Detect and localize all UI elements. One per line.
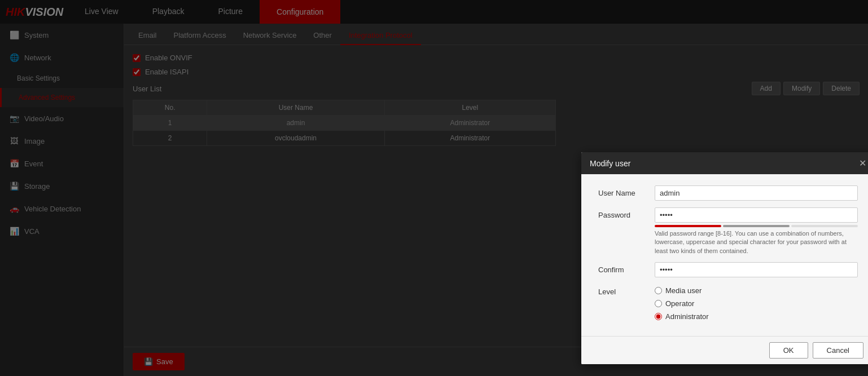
cancel-button[interactable]: Cancel [813, 342, 863, 359]
modify-user-modal: Modify user ✕ User Name Password [581, 152, 868, 364]
confirm-label: Confirm [598, 262, 655, 274]
username-row: User Name [598, 185, 858, 201]
level-field: Media user Operator Administrator [655, 284, 858, 321]
modal-footer: OK Cancel [581, 336, 868, 364]
strength-bar-3 [791, 225, 858, 227]
confirm-input[interactable] [655, 262, 858, 277]
radio-media-user-label: Media user [665, 286, 702, 295]
level-label: Level [598, 284, 655, 296]
radio-operator-label: Operator [665, 299, 694, 308]
radio-administrator-label: Administrator [665, 312, 709, 321]
strength-bar-1 [655, 225, 721, 227]
radio-group: Media user Operator Administrator [655, 284, 858, 321]
radio-media-user[interactable]: Media user [655, 286, 858, 295]
password-input[interactable] [655, 207, 858, 223]
close-icon[interactable]: ✕ [859, 158, 866, 169]
radio-administrator[interactable]: Administrator [655, 312, 858, 321]
modal-body: User Name Password Valid password range … [581, 174, 868, 336]
password-label: Password [598, 207, 655, 219]
radio-operator-input[interactable] [655, 300, 662, 307]
level-row: Level Media user Operator Ad [598, 284, 858, 321]
password-strength [655, 225, 858, 227]
radio-operator[interactable]: Operator [655, 299, 858, 308]
ok-button[interactable]: OK [769, 342, 808, 359]
username-label: User Name [598, 185, 655, 197]
username-field [655, 185, 858, 201]
username-input[interactable] [655, 185, 858, 201]
password-field: Valid password range [8-16]. You can use… [655, 207, 858, 255]
strength-bar-2 [723, 225, 790, 227]
radio-media-user-input[interactable] [655, 287, 662, 294]
confirm-row: Confirm [598, 262, 858, 277]
modal-overlay: Modify user ✕ User Name Password [0, 0, 868, 376]
radio-administrator-input[interactable] [655, 313, 662, 320]
password-row: Password Valid password range [8-16]. Yo… [598, 207, 858, 255]
modal-header: Modify user ✕ [581, 152, 868, 174]
confirm-field [655, 262, 858, 277]
modal-title: Modify user [590, 159, 630, 168]
password-hint: Valid password range [8-16]. You can use… [655, 229, 858, 255]
